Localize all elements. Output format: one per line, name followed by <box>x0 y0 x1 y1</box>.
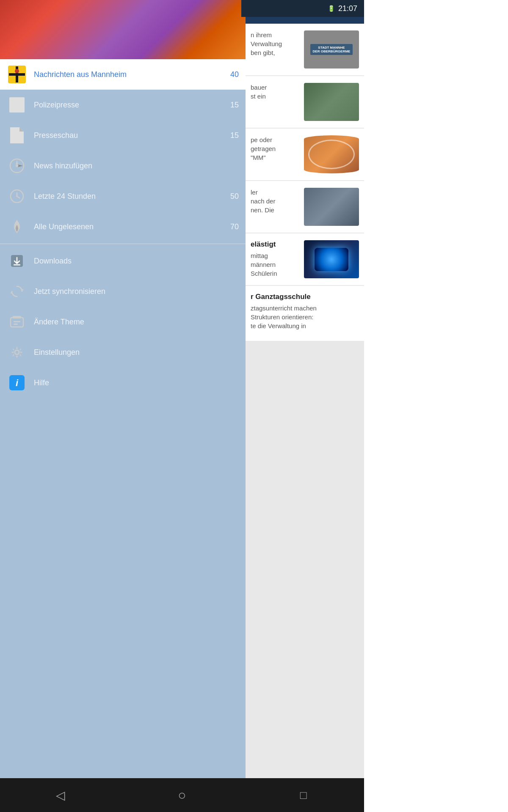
news-heading-5: elästigt <box>251 240 301 249</box>
news-panel: n ihremVerwaltungben gibt, STADT MANNHED… <box>246 0 364 812</box>
svg-rect-16 <box>14 264 20 266</box>
letzte-24-label: Letzte 24 Stunden <box>34 192 227 201</box>
news-item-6[interactable]: r Ganztagsschule ztagsunterricht machenS… <box>246 286 364 341</box>
sidebar-item-letzte-24[interactable]: Letzte 24 Stunden 50 <box>0 181 246 211</box>
news-snippet-1: n ihremVerwaltungben gibt, <box>251 30 301 57</box>
bottom-nav-bar: ◁ ○ □ <box>0 778 364 812</box>
recents-button[interactable]: □ <box>291 782 316 808</box>
sync-label: Jetzt synchronisieren <box>34 287 239 296</box>
sidebar-item-polizeipresse[interactable]: Polizeipresse 15 <box>0 90 246 120</box>
news-thumbnail-3 <box>304 135 359 173</box>
svg-text:i: i <box>16 378 19 388</box>
compass-icon <box>7 156 27 176</box>
news-hinzufuegen-label: News hinzufügen <box>34 162 239 170</box>
news-item-4[interactable]: lernach dernen. Die <box>246 181 364 233</box>
sidebar-item-downloads[interactable]: Downloads <box>0 246 246 276</box>
hilfe-label: Hilfe <box>34 379 239 387</box>
svg-rect-22 <box>14 324 18 325</box>
news-text-3: pe odergetragen"MM" <box>251 135 304 162</box>
news-list: n ihremVerwaltungben gibt, STADT MANNHED… <box>246 24 364 778</box>
battery-icon: 🔋 <box>328 5 335 12</box>
news-item-5[interactable]: elästigt mittagmännernSchülerin <box>246 233 364 285</box>
sidebar-item-presseschau[interactable]: Presseschau 15 <box>0 120 246 151</box>
svg-rect-21 <box>14 321 20 322</box>
svg-point-24 <box>15 350 19 354</box>
sync-icon <box>7 281 27 302</box>
svg-rect-20 <box>13 316 21 318</box>
svg-marker-9 <box>16 160 18 165</box>
news-snippet-5: mittagmännernSchülerin <box>251 251 301 278</box>
news-item-3[interactable]: pe odergetragen"MM" <box>246 129 364 180</box>
news-text-6: r Ganztagsschule ztagsunterricht machenS… <box>251 293 359 330</box>
info-icon: i <box>7 373 27 393</box>
nachrichten-count: 40 <box>230 70 239 79</box>
status-time: 21:07 <box>338 4 357 13</box>
news-thumbnail-4 <box>304 188 359 226</box>
presseschau-icon <box>7 125 27 145</box>
news-thumbnail-5 <box>304 240 359 278</box>
svg-point-8 <box>16 165 18 167</box>
flame-icon <box>7 217 27 237</box>
presseschau-label: Presseschau <box>34 131 227 140</box>
news-item-2[interactable]: bauerst ein <box>246 76 364 128</box>
navigation-drawer: Nachrichten aus Mannheim 40 Polizeipress… <box>0 0 246 812</box>
news-item-1[interactable]: n ihremVerwaltungben gibt, STADT MANNHED… <box>246 24 364 75</box>
drawer-divider <box>0 244 246 244</box>
news-snippet-6: ztagsunterricht machenStrukturen orienti… <box>251 304 356 330</box>
news-text-2: bauerst ein <box>251 83 304 101</box>
alle-ungelesenen-count: 70 <box>230 222 239 231</box>
theme-icon <box>7 312 27 332</box>
polizeipresse-label: Polizeipresse <box>34 101 227 110</box>
news-thumbnail-1: STADT MANNHEDER OBERBÜRGERME <box>304 30 359 69</box>
polizeipresse-count: 15 <box>230 101 239 110</box>
sidebar-item-hilfe[interactable]: i Hilfe <box>0 368 246 398</box>
letzte-24-count: 50 <box>230 192 239 201</box>
news-text-4: lernach dernen. Die <box>251 188 304 214</box>
news-heading-6: r Ganztagsschule <box>251 293 356 301</box>
sidebar-item-nachrichten[interactable]: Nachrichten aus Mannheim 40 <box>0 59 246 90</box>
news-snippet-4: lernach dernen. Die <box>251 188 301 214</box>
sidebar-item-einstellungen[interactable]: Einstellungen <box>0 337 246 368</box>
home-button[interactable]: ○ <box>169 782 195 808</box>
sidebar-item-theme[interactable]: Ändere Theme <box>0 307 246 337</box>
svg-rect-3 <box>9 73 25 76</box>
drawer-content: Nachrichten aus Mannheim 40 Polizeipress… <box>0 59 246 812</box>
drawer-header <box>0 0 246 59</box>
status-bar: 🔋 21:07 <box>241 0 364 17</box>
alle-ungelesenen-label: Alle Ungelesenen <box>34 222 227 231</box>
svg-point-14 <box>16 195 18 197</box>
downloads-label: Downloads <box>34 257 239 266</box>
polizeipresse-icon <box>7 95 27 115</box>
clock-icon <box>7 186 27 206</box>
sidebar-item-sync[interactable]: Jetzt synchronisieren <box>0 276 246 307</box>
news-snippet-3: pe odergetragen"MM" <box>251 135 301 162</box>
svg-marker-6 <box>19 127 24 132</box>
download-icon <box>7 251 27 271</box>
presseschau-count: 15 <box>230 131 239 140</box>
svg-marker-10 <box>18 165 23 167</box>
mannheim-icon <box>7 64 27 85</box>
theme-label: Ändere Theme <box>34 318 239 326</box>
news-snippet-2: bauerst ein <box>251 83 301 101</box>
settings-icon <box>7 342 27 362</box>
nachrichten-label: Nachrichten aus Mannheim <box>34 70 227 79</box>
sidebar-item-news-hinzufuegen[interactable]: News hinzufügen <box>0 151 246 181</box>
sidebar-item-alle-ungelesenen[interactable]: Alle Ungelesenen 70 <box>0 211 246 242</box>
news-text-5: elästigt mittagmännernSchülerin <box>251 240 304 278</box>
news-thumbnail-2 <box>304 83 359 121</box>
back-button[interactable]: ◁ <box>48 782 73 808</box>
einstellungen-label: Einstellungen <box>34 348 239 357</box>
news-text-1: n ihremVerwaltungben gibt, <box>251 30 304 57</box>
